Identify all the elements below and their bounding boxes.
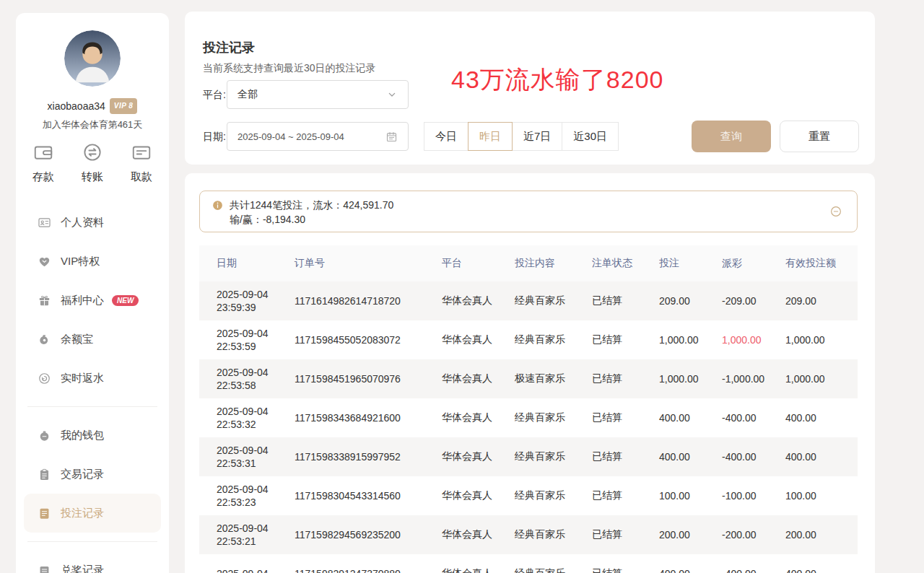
quick-action[interactable]: 转账 [77,141,108,184]
summary-winloss-text: 输/赢：-8,194.30 [230,212,845,227]
quick-action[interactable]: 取款 [126,141,157,184]
page-title: 投注记录 [203,39,255,56]
table-body: 2025-09-04 23:59:39 1171614982614718720 … [199,281,858,573]
cell-date: 2025-09-04 22:53:31 [199,444,277,470]
sidebar-nav-main: 个人资料 VIP特权 福利中心 NEW 余额宝 [16,203,169,398]
cell-valid-amount: 400.00 [768,451,858,463]
cell-valid-amount: 1,000.00 [768,334,858,346]
column-header-status: 注单状态 [575,257,642,270]
sidebar-item-label: 余额宝 [61,333,93,346]
quick-range-button[interactable]: 近7日 [512,122,562,151]
sidebar-item-icon [38,564,51,573]
cell-valid-amount: 1,000.00 [768,373,858,385]
quick-range-group: 今日 昨日 近7日 近30日 [424,122,619,151]
sidebar-item[interactable]: 投注记录 [24,494,161,533]
quick-actions: 存款 转账 取款 [16,141,169,184]
column-header-order: 订单号 [277,257,424,270]
quick-range-label: 近7日 [523,130,551,144]
cell-bet-content: 经典百家乐 [497,450,575,463]
table-header-row: 日期 订单号 平台 投注内容 注单状态 投注 派彩 有效投注额 [199,245,858,281]
cell-status: 已结算 [575,372,642,385]
avatar [64,30,121,87]
sidebar-nav-more: 兑奖记录 [16,551,169,573]
info-icon [212,199,224,211]
cell-status: 已结算 [575,294,642,307]
cell-date-day: 2025-09-04 [217,366,277,379]
column-header-payout: 派彩 [705,257,768,270]
query-button[interactable]: 查询 [692,121,771,152]
annotation-overlay: 43万流水输了8200 [451,64,663,97]
cell-date: 2025-09-04 22:53:21 [199,522,277,548]
sidebar-item[interactable]: 余额宝 [24,320,161,359]
user-row: xiaobaoaa34 VIP 8 [16,98,169,114]
cell-date-time: 22:53:58 [217,379,277,392]
joined-days: 加入华体会体育第461天 [16,118,169,131]
bet-records-table: 日期 订单号 平台 投注内容 注单状态 投注 派彩 有效投注额 2025-09-… [199,245,858,573]
calendar-icon[interactable] [385,131,398,143]
column-header-bet: 投注 [642,257,705,270]
cell-date-time: 23:59:39 [217,301,277,314]
page-subtitle: 当前系统支持查询最近30日的投注记录 [203,62,376,75]
reset-button[interactable]: 重置 [780,121,859,152]
cell-bet-content: 经典百家乐 [497,294,575,307]
sidebar-item-label: VIP特权 [61,255,100,268]
cell-bet-content: 经典百家乐 [497,528,575,541]
cell-bet-content: 极速百家乐 [497,372,575,385]
cell-platform: 华体会真人 [424,450,497,463]
sidebar-nav-wallet: 我的钱包 交易记录 投注记录 [16,416,169,533]
cell-bet-content: 经典百家乐 [497,333,575,346]
cell-bet-content: 经典百家乐 [497,411,575,424]
sidebar-item[interactable]: 个人资料 [24,203,161,242]
quick-action-label: 取款 [131,170,152,184]
cell-order-number: 1171598451965070976 [277,373,424,385]
cell-order-number: 1171598455052083072 [277,334,424,346]
cell-date-time: 22:53:59 [217,340,277,353]
summary-total-text: 共计1244笔投注，流水：424,591.70 [230,198,393,212]
cell-date-day: 2025-09-04 [217,444,277,457]
cell-payout: -100.00 [705,490,768,502]
sidebar-divider [27,541,157,542]
cell-valid-amount: 400.00 [768,412,858,424]
cell-platform: 华体会真人 [424,567,497,573]
cell-payout: -1,000.00 [705,373,768,385]
cell-date-day: 2025-09-04 [217,288,277,301]
cell-order-number: 1171598294569235200 [277,529,424,541]
cell-valid-amount: 200.00 [768,529,858,541]
cell-payout: -200.00 [705,529,768,541]
sidebar-item-icon [38,216,51,229]
cell-status: 已结算 [575,450,642,463]
cell-status: 已结算 [575,528,642,541]
cell-status: 已结算 [575,333,642,346]
platform-select[interactable]: 全部 [227,80,409,109]
sidebar-item-icon [38,294,51,307]
sidebar-item[interactable]: 实时返水 [24,359,161,398]
cell-payout: -400.00 [705,451,768,463]
sidebar-item[interactable]: 交易记录 [24,455,161,494]
sidebar-item-icon [38,507,51,520]
date-range-input[interactable]: 2025-09-04 ~ 2025-09-04 [227,122,409,151]
sidebar-item[interactable]: VIP特权 [24,242,161,281]
avatar-image [64,30,121,87]
sidebar-item[interactable]: 福利中心 NEW [24,281,161,320]
collapse-summary-button[interactable] [829,205,842,218]
quick-range-button[interactable]: 今日 [424,122,468,151]
cell-date-day: 2025-09-04 [217,567,277,573]
sidebar-item-label: 福利中心 [61,294,104,307]
cell-bet-amount: 400.00 [642,568,705,573]
sidebar-item-icon [38,333,51,346]
cell-bet-amount: 1,000.00 [642,334,705,346]
quick-action-label: 转账 [82,170,103,184]
table-row: 2025-09-04 1171598291247370880 华体会真人 经典百… [199,554,858,573]
quick-range-button[interactable]: 昨日 [468,122,513,151]
cell-payout: 1,000.00 [705,334,768,346]
quick-range-button[interactable]: 近30日 [562,122,619,151]
cell-date-day: 2025-09-04 [217,405,277,418]
column-header-content: 投注内容 [497,257,575,270]
cell-bet-amount: 100.00 [642,490,705,502]
cell-date-day: 2025-09-04 [217,327,277,340]
summary-line1-row: 共计1244笔投注，流水：424,591.70 [212,198,845,212]
table-row: 2025-09-04 22:53:32 1171598343684921600 … [199,398,858,437]
sidebar-item[interactable]: 我的钱包 [24,416,161,455]
sidebar-item[interactable]: 兑奖记录 [24,551,161,573]
quick-action[interactable]: 存款 [27,141,59,184]
